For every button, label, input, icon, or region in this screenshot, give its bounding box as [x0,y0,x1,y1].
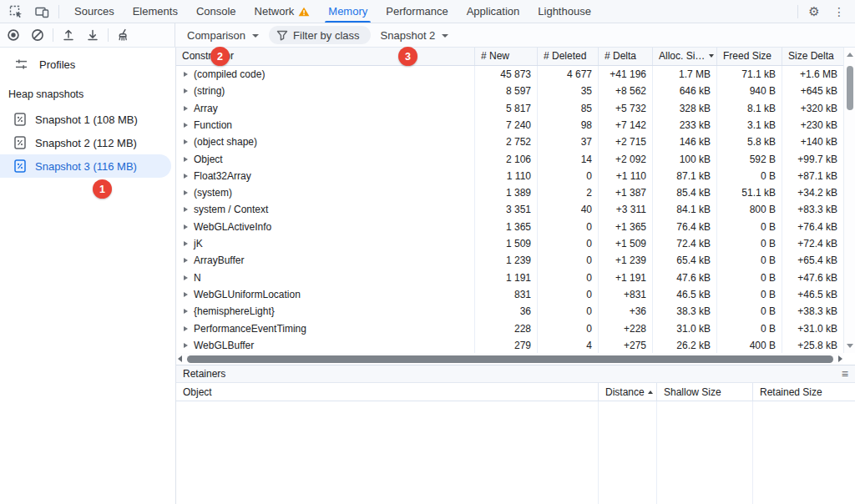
sidebar-item-snapshot-3[interactable]: Snapshot 3 (116 MB) [0,154,171,178]
freed-size-cell: 0 B [717,219,782,235]
size-delta-cell: +38.3 kB [782,303,843,320]
expand-arrow-icon[interactable] [184,309,188,314]
class-filter-input[interactable]: Filter by class [269,26,370,44]
column-header-delta[interactable]: # Delta [599,48,653,65]
freed-size-cell: 0 B [717,252,782,269]
table-row[interactable]: WebGLActiveInfo 1 365 0 +1 365 76.4 kB 0… [176,219,843,235]
table-row[interactable]: PerformanceEventTiming 228 0 +228 31.0 k… [176,320,843,336]
column-header-size-delta[interactable]: Size Delta [782,48,843,65]
expand-arrow-icon[interactable] [184,258,188,263]
expand-arrow-icon[interactable] [184,123,188,128]
alloc-size-cell: 76.4 kB [653,219,717,235]
expand-arrow-icon[interactable] [184,275,188,280]
scroll-left-arrow-icon[interactable] [178,355,182,362]
expand-arrow-icon[interactable] [184,88,188,93]
expand-arrow-icon[interactable] [184,190,188,195]
device-toolbar-button[interactable] [31,3,53,21]
table-row[interactable]: Object 2 106 14 +2 092 100 kB 592 B +99.… [176,150,843,167]
expand-arrow-icon[interactable] [184,157,188,162]
horizontal-scrollbar-thumb[interactable] [187,355,833,363]
column-header-alloc-size[interactable]: Alloc. Si… [653,48,717,65]
expand-arrow-icon[interactable] [184,292,188,297]
tab-network[interactable]: Network [245,0,320,23]
deleted-count-cell: 0 [538,168,599,184]
sidebar-item-snapshot-1[interactable]: Snapshot 1 (108 MB) [0,108,171,131]
column-header-deleted[interactable]: # Deleted [538,48,599,65]
new-count-cell: 5 817 [475,100,538,117]
collect-garbage-button[interactable] [113,26,134,44]
column-header-distance[interactable]: Distance [599,383,657,401]
vertical-scrollbar[interactable] [843,48,855,353]
alloc-size-cell: 100 kB [653,150,717,167]
vertical-scrollbar-thumb[interactable] [847,66,853,110]
freed-size-cell: 0 B [717,168,782,184]
settings-button[interactable]: ⚙ [803,3,825,21]
expand-arrow-icon[interactable] [184,224,188,229]
gear-icon: ⚙ [808,5,819,18]
perspective-select[interactable]: Comparison [185,28,261,43]
expand-arrow-icon[interactable] [184,106,188,111]
record-heap-snapshot-button[interactable] [3,26,24,44]
table-row[interactable]: Float32Array 1 110 0 +1 110 87.1 kB 0 B … [176,168,843,184]
scroll-down-arrow-icon[interactable] [847,344,853,348]
tabbar-left-icons [0,0,65,23]
tab-lighthouse[interactable]: Lighthouse [529,0,600,23]
table-row[interactable]: WebGLUniformLocation 831 0 +831 46.5 kB … [176,286,843,303]
table-row[interactable]: (compiled code) 45 873 4 677 +41 196 1.7… [176,66,843,83]
table-row[interactable]: ArrayBuffer 1 239 0 +1 239 65.4 kB 0 B +… [176,252,843,269]
table-row[interactable]: N 1 191 0 +1 191 47.6 kB 0 B +47.6 kB [176,270,843,286]
devtools-window: Sources Elements Console Network Memory … [0,0,855,504]
table-row[interactable]: jK 1 509 0 +1 509 72.4 kB 0 B +72.4 kB [176,235,843,252]
expand-arrow-icon[interactable] [184,343,188,348]
scroll-right-arrow-icon[interactable] [838,355,842,362]
column-header-shallow-size[interactable]: Shallow Size [657,383,753,401]
table-row[interactable]: (string) 8 597 35 +8 562 646 kB 940 B +6… [176,83,843,99]
constructor-name: ArrayBuffer [194,255,244,266]
tune-sliders-icon [14,58,28,71]
tab-memory[interactable]: Memory [319,0,377,23]
expand-arrow-icon[interactable] [184,326,188,331]
column-header-retained-size[interactable]: Retained Size [753,383,855,401]
table-row[interactable]: {hemisphereLight} 36 0 +36 38.3 kB 0 B +… [176,303,843,320]
expand-arrow-icon[interactable] [184,72,188,77]
table-row[interactable]: WebGLBuffer 279 4 +275 26.2 kB 400 B +25… [176,337,843,353]
expand-arrow-icon[interactable] [184,139,188,144]
size-delta-cell: +230 kB [782,117,843,134]
table-row[interactable]: (system) 1 389 2 +1 387 85.4 kB 51.1 kB … [176,184,843,201]
tab-elements[interactable]: Elements [124,0,187,23]
table-row[interactable]: Array 5 817 85 +5 732 328 kB 8.1 kB +320… [176,100,843,117]
column-header-new[interactable]: # New [475,48,538,65]
tab-performance[interactable]: Performance [377,0,457,23]
column-header-object[interactable]: Object [176,383,599,401]
horizontal-scrollbar[interactable] [176,353,843,365]
tab-application[interactable]: Application [458,0,529,23]
scroll-up-arrow-icon[interactable] [847,53,853,57]
column-header-label: Shallow Size [664,386,721,398]
tab-console[interactable]: Console [187,0,245,23]
expand-arrow-icon[interactable] [184,174,188,179]
delta-count-cell: +1 387 [599,184,653,201]
clear-profiles-button[interactable] [27,26,48,44]
tab-sources[interactable]: Sources [65,0,124,23]
column-header-freed-size[interactable]: Freed Size [717,48,782,65]
sidebar-item-profiles[interactable]: Profiles [0,53,175,76]
table-row[interactable]: Function 7 240 98 +7 142 233 kB 3.1 kB +… [176,117,843,134]
expand-arrow-icon[interactable] [184,207,188,212]
table-row[interactable]: (object shape) 2 752 37 +2 715 146 kB 5.… [176,134,843,150]
new-count-cell: 1 239 [475,252,538,269]
save-profile-button[interactable] [82,26,104,44]
baseline-snapshot-select[interactable]: Snapshot 2 [378,28,452,43]
expand-arrow-icon[interactable] [184,241,188,246]
size-delta-cell: +99.7 kB [782,150,843,167]
tab-label: Memory [328,5,367,18]
constructor-name: WebGLUniformLocation [194,289,301,300]
deleted-count-cell: 40 [538,201,599,218]
inspect-element-button[interactable] [5,3,27,21]
table-row[interactable]: system / Context 3 351 40 +3 311 84.1 kB… [176,201,843,218]
constructor-name: (system) [194,187,232,199]
more-options-button[interactable]: ⋮ [828,3,850,21]
constructor-name: N [194,272,201,284]
load-profile-button[interactable] [58,26,79,44]
pane-menu-icon[interactable]: ≡ [842,368,848,380]
sidebar-item-snapshot-2[interactable]: Snapshot 2 (112 MB) [0,131,171,154]
